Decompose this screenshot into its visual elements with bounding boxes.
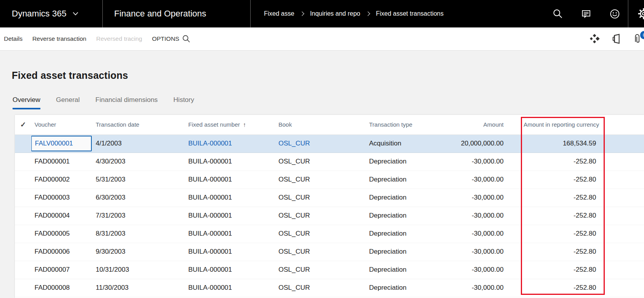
cell-transaction-date[interactable]: 4/1/2003 bbox=[93, 134, 185, 153]
cell-amount[interactable]: -30,000.00 bbox=[447, 153, 522, 171]
cell-amount[interactable]: -30,000.00 bbox=[447, 207, 522, 225]
cell-row-selector[interactable] bbox=[15, 153, 31, 171]
tab-overview[interactable]: Overview bbox=[13, 96, 40, 109]
cell-voucher[interactable]: FAD000001 bbox=[31, 153, 93, 171]
cell-voucher[interactable]: FAD000002 bbox=[31, 171, 93, 189]
cell-row-selector[interactable] bbox=[15, 243, 31, 261]
tab-history[interactable]: History bbox=[173, 96, 194, 109]
cell-book[interactable]: OSL_CUR bbox=[275, 279, 365, 297]
cell-row-selector[interactable] bbox=[15, 225, 31, 243]
breadcrumb-item[interactable]: Fixed asse bbox=[264, 10, 294, 17]
cell-transaction-type[interactable]: Depreciation bbox=[365, 153, 447, 171]
column-header-transaction-type[interactable]: Transaction type bbox=[365, 115, 447, 134]
cell-amount[interactable]: -30,000.00 bbox=[447, 225, 522, 243]
cell-row-selector[interactable] bbox=[15, 189, 31, 207]
cell-row-selector[interactable] bbox=[15, 134, 31, 153]
column-header-book[interactable]: Book bbox=[275, 115, 365, 134]
table-row[interactable]: FAD0000025/31/2003BUILA-000001OSL_CURDep… bbox=[15, 171, 644, 189]
cell-fixed-asset-number[interactable]: BUILA-000001 bbox=[185, 207, 275, 225]
tab-general[interactable]: General bbox=[56, 96, 80, 109]
select-all-column-header[interactable]: ✓ bbox=[15, 115, 31, 134]
cell-transaction-type[interactable]: Depreciation bbox=[365, 171, 447, 189]
cell-transaction-date[interactable]: 5/31/2003 bbox=[93, 171, 185, 189]
breadcrumb-item[interactable]: Inquiries and repo bbox=[310, 10, 360, 17]
product-name[interactable]: Finance and Operations bbox=[103, 0, 250, 27]
column-header-fixed-asset-number[interactable]: Fixed asset number↑ bbox=[185, 115, 275, 134]
cell-amount-reporting[interactable]: -252.80 bbox=[522, 243, 603, 261]
cell-fixed-asset-number[interactable]: BUILA-000001 bbox=[185, 189, 275, 207]
smiley-feedback-icon[interactable] bbox=[609, 0, 620, 27]
cell-voucher[interactable]: FALV000001 bbox=[31, 134, 93, 153]
table-row[interactable]: FAD0000058/31/2003BUILA-000001OSL_CURDep… bbox=[15, 225, 644, 243]
cell-transaction-date[interactable]: 6/30/2003 bbox=[93, 189, 185, 207]
table-row[interactable]: FAD0000036/30/2003BUILA-000001OSL_CURDep… bbox=[15, 189, 644, 207]
cell-transaction-type[interactable]: Acquisition bbox=[365, 134, 447, 153]
cell-amount-reporting[interactable]: -252.80 bbox=[522, 207, 603, 225]
column-header-transaction-date[interactable]: Transaction date bbox=[93, 115, 185, 134]
cell-book[interactable]: OSL_CUR bbox=[275, 243, 365, 261]
cell-transaction-type[interactable]: Depreciation bbox=[365, 243, 447, 261]
cell-voucher[interactable]: FAD000003 bbox=[31, 189, 93, 207]
cell-fixed-asset-number[interactable]: BUILA-000001 bbox=[185, 279, 275, 297]
cell-book[interactable]: OSL_CUR bbox=[275, 171, 365, 189]
cell-amount[interactable]: -30,000.00 bbox=[447, 243, 522, 261]
cell-amount-reporting[interactable]: -252.80 bbox=[522, 279, 603, 297]
focused-cell-box[interactable]: FALV000001 bbox=[31, 136, 92, 151]
cell-book[interactable]: OSL_CUR bbox=[275, 261, 365, 279]
cell-row-selector[interactable] bbox=[15, 261, 31, 279]
book-link[interactable]: OSL_CUR bbox=[278, 140, 310, 147]
cell-voucher[interactable]: FAD000006 bbox=[31, 243, 93, 261]
cell-amount-reporting[interactable]: -252.80 bbox=[522, 225, 603, 243]
cell-voucher[interactable]: FAD000008 bbox=[31, 279, 93, 297]
cell-amount-reporting[interactable]: -252.80 bbox=[522, 189, 603, 207]
voucher-link[interactable]: FALV000001 bbox=[35, 140, 73, 147]
cell-transaction-date[interactable]: 8/31/2003 bbox=[93, 225, 185, 243]
cell-row-selector[interactable] bbox=[15, 207, 31, 225]
column-header-voucher[interactable]: Voucher bbox=[31, 115, 93, 134]
table-row[interactable]: FAD0000069/30/2003BUILA-000001OSL_CURDep… bbox=[15, 243, 644, 261]
cell-book[interactable]: OSL_CUR bbox=[275, 207, 365, 225]
cell-voucher[interactable]: FAD000004 bbox=[31, 207, 93, 225]
cell-fixed-asset-number[interactable]: BUILA-000001 bbox=[185, 225, 275, 243]
table-row[interactable]: FAD00000811/30/2003BUILA-000001OSL_CURDe… bbox=[15, 279, 644, 297]
cell-fixed-asset-number[interactable]: BUILA-000001 bbox=[185, 153, 275, 171]
column-header-amount[interactable]: Amount bbox=[447, 115, 522, 134]
cell-book[interactable]: OSL_CUR bbox=[275, 225, 365, 243]
cell-amount[interactable]: 20,000,000.00 bbox=[447, 134, 522, 153]
cell-row-selector[interactable] bbox=[15, 171, 31, 189]
cell-voucher[interactable]: FAD000007 bbox=[31, 261, 93, 279]
message-feedback-icon[interactable] bbox=[581, 0, 591, 27]
cell-transaction-type[interactable]: Depreciation bbox=[365, 207, 447, 225]
cell-transaction-date[interactable]: 9/30/2003 bbox=[93, 243, 185, 261]
cell-amount-reporting[interactable]: 168,534.59 bbox=[522, 134, 603, 153]
cell-transaction-date[interactable]: 10/31/2003 bbox=[93, 261, 185, 279]
cell-fixed-asset-number[interactable]: BUILA-000001 bbox=[185, 171, 275, 189]
cell-amount-reporting[interactable]: -252.80 bbox=[522, 261, 603, 279]
cell-transaction-date[interactable]: 7/31/2003 bbox=[93, 207, 185, 225]
table-row[interactable]: FAD0000047/31/2003BUILA-000001OSL_CURDep… bbox=[15, 207, 644, 225]
action-details[interactable]: Details bbox=[4, 35, 22, 42]
tab-financial-dimensions[interactable]: Financial dimensions bbox=[95, 96, 158, 109]
column-header-amount-reporting[interactable]: Amount in reporting currency bbox=[522, 115, 603, 134]
cell-transaction-type[interactable]: Depreciation bbox=[365, 189, 447, 207]
cell-amount-reporting[interactable]: -252.80 bbox=[522, 153, 603, 171]
app-launcher[interactable]: Dynamics 365 bbox=[0, 0, 102, 27]
cell-transaction-date[interactable]: 11/30/2003 bbox=[93, 279, 185, 297]
cell-amount-reporting[interactable]: -252.80 bbox=[522, 171, 603, 189]
table-row[interactable]: FAD0000014/30/2003BUILA-000001OSL_CURDep… bbox=[15, 153, 644, 171]
cell-book[interactable]: OSL_CUR bbox=[275, 153, 365, 171]
cell-fixed-asset-number[interactable]: BUILA-000001 bbox=[185, 243, 275, 261]
cell-transaction-type[interactable]: Depreciation bbox=[365, 261, 447, 279]
fixed-asset-link[interactable]: BUILA-000001 bbox=[188, 140, 232, 147]
cell-book[interactable]: OSL_CUR bbox=[275, 134, 365, 153]
cell-amount[interactable]: -30,000.00 bbox=[447, 171, 522, 189]
attachments-paperclip-icon[interactable]: 0 bbox=[632, 27, 644, 50]
search-icon[interactable] bbox=[552, 0, 563, 27]
office-icon[interactable] bbox=[611, 27, 621, 50]
diamonds-icon[interactable] bbox=[589, 27, 600, 50]
table-row[interactable]: FALV0000014/1/2003BUILA-000001OSL_CURAcq… bbox=[15, 134, 644, 153]
cell-book[interactable]: OSL_CUR bbox=[275, 189, 365, 207]
action-reverse-transaction[interactable]: Reverse transaction bbox=[32, 35, 86, 42]
cell-transaction-type[interactable]: Depreciation bbox=[365, 225, 447, 243]
cell-transaction-date[interactable]: 4/30/2003 bbox=[93, 153, 185, 171]
